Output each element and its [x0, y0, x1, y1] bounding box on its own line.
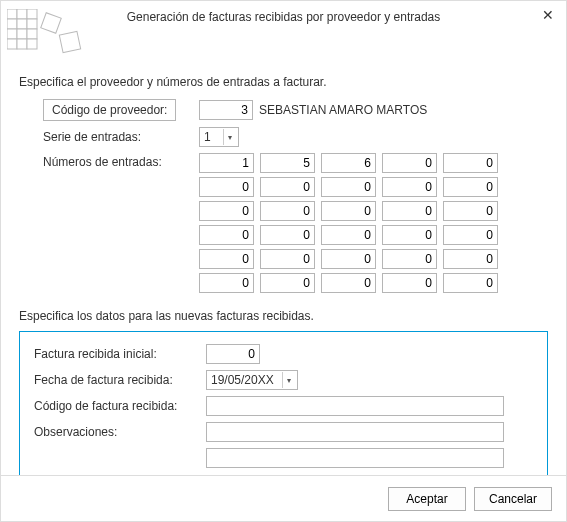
provider-row: Código de proveedor: SEBASTIAN AMARO MAR… [19, 99, 548, 121]
entry-number-input[interactable] [443, 201, 498, 221]
svg-rect-7 [17, 29, 27, 39]
entry-numbers-row: Números de entradas: [19, 153, 548, 293]
svg-rect-2 [27, 9, 37, 19]
entry-number-input[interactable] [199, 273, 254, 293]
invoice-date-select[interactable]: 19/05/20XX ▾ [206, 370, 298, 390]
cancel-button[interactable]: Cancelar [474, 487, 552, 511]
entry-number-input[interactable] [321, 225, 376, 245]
entry-number-input[interactable] [443, 273, 498, 293]
entry-number-input[interactable] [260, 225, 315, 245]
svg-rect-8 [27, 29, 37, 39]
notes-input-2[interactable] [206, 448, 504, 468]
entry-series-value: 1 [204, 130, 211, 144]
entry-series-row: Serie de entradas: 1 ▾ [19, 127, 548, 147]
entry-number-input[interactable] [321, 153, 376, 173]
entry-number-input[interactable] [443, 249, 498, 269]
accept-button[interactable]: Aceptar [388, 487, 466, 511]
svg-rect-3 [7, 19, 17, 29]
notes-label: Observaciones: [34, 425, 206, 439]
entry-number-input[interactable] [199, 225, 254, 245]
dialog-content: Especifica el proveedor y números de ent… [1, 75, 566, 485]
chevron-down-icon: ▾ [282, 372, 295, 388]
svg-rect-6 [7, 29, 17, 39]
entry-number-input[interactable] [199, 201, 254, 221]
entry-number-input[interactable] [321, 177, 376, 197]
entry-number-input[interactable] [382, 177, 437, 197]
invoice-code-label: Código de factura recibida: [34, 399, 206, 413]
entry-number-input[interactable] [443, 153, 498, 173]
svg-rect-13 [59, 31, 80, 52]
section1-intro: Especifica el proveedor y números de ent… [19, 75, 548, 89]
initial-invoice-input[interactable] [206, 344, 260, 364]
provider-code-input[interactable] [199, 100, 253, 120]
provider-name: SEBASTIAN AMARO MARTOS [259, 103, 427, 117]
entry-number-input[interactable] [260, 201, 315, 221]
entry-series-label: Serie de entradas: [19, 130, 199, 144]
entry-number-input[interactable] [443, 225, 498, 245]
entry-number-input[interactable] [382, 249, 437, 269]
entry-number-input[interactable] [382, 201, 437, 221]
entry-number-input[interactable] [443, 177, 498, 197]
svg-rect-10 [17, 39, 27, 49]
entry-number-input[interactable] [321, 201, 376, 221]
invoice-date-value: 19/05/20XX [211, 373, 274, 387]
entry-numbers-label: Números de entradas: [19, 153, 199, 169]
close-icon[interactable]: ✕ [536, 5, 560, 25]
entry-number-input[interactable] [321, 249, 376, 269]
svg-rect-0 [7, 9, 17, 19]
entry-number-input[interactable] [321, 273, 376, 293]
entry-number-input[interactable] [199, 177, 254, 197]
entry-number-input[interactable] [382, 225, 437, 245]
notes-input-1[interactable] [206, 422, 504, 442]
new-invoice-box: Factura recibida inicial: Fecha de factu… [19, 331, 548, 485]
entry-number-input[interactable] [260, 177, 315, 197]
chevron-down-icon: ▾ [223, 129, 236, 145]
svg-rect-4 [17, 19, 27, 29]
svg-rect-9 [7, 39, 17, 49]
entry-number-input[interactable] [260, 153, 315, 173]
entry-number-input[interactable] [199, 153, 254, 173]
provider-code-label[interactable]: Código de proveedor: [43, 99, 176, 121]
entry-number-input[interactable] [199, 249, 254, 269]
entry-number-input[interactable] [260, 249, 315, 269]
section2-intro: Especifica los datos para las nuevas fac… [19, 309, 548, 323]
entry-number-input[interactable] [382, 153, 437, 173]
svg-rect-1 [17, 9, 27, 19]
entry-series-select[interactable]: 1 ▾ [199, 127, 239, 147]
svg-rect-11 [27, 39, 37, 49]
entry-numbers-grid [199, 153, 498, 293]
svg-rect-12 [41, 13, 62, 34]
app-logo-icon [7, 9, 87, 64]
initial-invoice-label: Factura recibida inicial: [34, 347, 206, 361]
invoice-code-input[interactable] [206, 396, 504, 416]
dialog-footer: Aceptar Cancelar [1, 475, 566, 521]
invoice-date-label: Fecha de factura recibida: [34, 373, 206, 387]
entry-number-input[interactable] [260, 273, 315, 293]
svg-rect-5 [27, 19, 37, 29]
entry-number-input[interactable] [382, 273, 437, 293]
